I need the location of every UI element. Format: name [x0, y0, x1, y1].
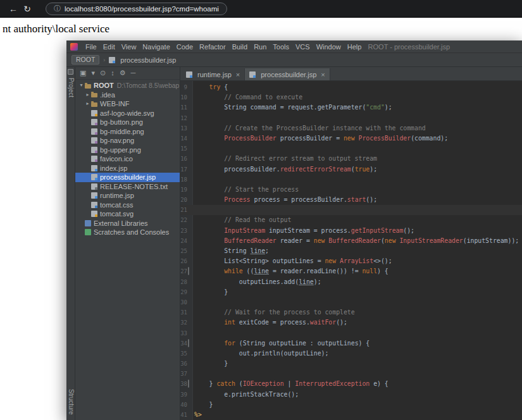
- code-line-35[interactable]: 35 out.println(outputLine);: [180, 349, 522, 359]
- code-line-36[interactable]: 36 }: [180, 359, 522, 369]
- fold-collapse-icon[interactable]: [188, 267, 189, 275]
- close-tab-icon[interactable]: ×: [236, 71, 240, 78]
- code-text: String line;: [193, 246, 522, 256]
- code-line-32[interactable]: 32 int exitCode = process.waitFor();: [180, 318, 522, 328]
- menu-run[interactable]: Run: [251, 42, 270, 51]
- tree-item-bg-button.png[interactable]: bg-button.png: [75, 118, 180, 127]
- tree-item-release-notes.txt[interactable]: RELEASE-NOTES.txt: [75, 182, 180, 192]
- code-line-10[interactable]: 10 // Command to execute: [180, 92, 522, 102]
- tree-item-external libraries[interactable]: External Libraries: [75, 219, 180, 228]
- fold-collapse-icon[interactable]: [188, 380, 189, 388]
- fold-icon[interactable]: [188, 379, 193, 389]
- chevron-down-icon[interactable]: ▾: [91, 70, 95, 77]
- tree-item-bg-middle.png[interactable]: bg-middle.png: [75, 127, 180, 137]
- tree-item-scratches and consoles[interactable]: Scratches and Consoles: [75, 228, 180, 237]
- tree-item-runtime.jsp[interactable]: runtime.jsp: [75, 191, 180, 201]
- close-tab-icon[interactable]: ×: [321, 71, 325, 78]
- address-bar[interactable]: ⓘ localhost:8080/processbuilder.jsp?cmd=…: [46, 3, 227, 15]
- code-line-26[interactable]: 26 List<String> outputLines = new ArrayL…: [180, 256, 522, 266]
- refresh-icon[interactable]: ↻: [20, 4, 34, 14]
- menu-vcs[interactable]: VCS: [292, 42, 313, 51]
- code-line-34[interactable]: 34 for (String outputLine : outputLines)…: [180, 338, 522, 349]
- code-line-40[interactable]: 40 }: [180, 400, 522, 410]
- breadcrumb-root[interactable]: ROOT: [71, 55, 99, 65]
- code-line-30[interactable]: 30: [180, 297, 522, 307]
- project-tool-icon[interactable]: [68, 69, 73, 75]
- menu-tools[interactable]: Tools: [270, 42, 292, 51]
- site-info-icon[interactable]: ⓘ: [54, 4, 61, 13]
- expand-collapse-icon[interactable]: ↕: [111, 70, 115, 77]
- tree-item-bg-nav.png[interactable]: bg-nav.png: [75, 136, 180, 145]
- menu-view[interactable]: View: [118, 42, 140, 51]
- code-line-29[interactable]: 29 }: [180, 287, 522, 297]
- tab-processbuilder.jsp[interactable]: processbuilder.jsp×: [245, 68, 330, 80]
- tree-item-tomcat.svg[interactable]: tomcat.svg: [75, 209, 180, 219]
- tab-label: processbuilder.jsp: [261, 71, 316, 78]
- code-line-41[interactable]: 41%>: [180, 410, 522, 420]
- code-text: outputLines.add(line);: [193, 277, 522, 287]
- menu-file[interactable]: File: [82, 42, 100, 51]
- code-line-12[interactable]: 12: [180, 113, 522, 123]
- structure-strip-label[interactable]: Structure: [67, 389, 75, 415]
- tree-item-web-inf[interactable]: ▸WEB-INF: [75, 99, 180, 109]
- code-line-22[interactable]: 22 // Read the output: [180, 215, 522, 225]
- menu-edit[interactable]: Edit: [100, 42, 118, 51]
- code-line-38[interactable]: 38 } catch (IOException | InterruptedExc…: [180, 379, 522, 389]
- menu-help[interactable]: Help: [344, 42, 365, 51]
- tab-runtime.jsp[interactable]: runtime.jsp×: [182, 68, 245, 80]
- code-line-24[interactable]: 24 BufferedReader reader = new BufferedR…: [180, 236, 522, 246]
- project-strip-label[interactable]: Project: [67, 78, 75, 97]
- locate-file-icon[interactable]: ⊙: [100, 70, 106, 77]
- tree-item-label: bg-nav.png: [100, 137, 134, 144]
- code-line-20[interactable]: 20 Process process = processBuilder.star…: [180, 195, 522, 205]
- code-line-31[interactable]: 31 // Wait for the process to complete: [180, 307, 522, 318]
- chevron-down-icon[interactable]: ▾: [78, 83, 85, 88]
- code-line-25[interactable]: 25 String line;: [180, 246, 522, 256]
- code-line-13[interactable]: 13 // Create the ProcessBuilder instance…: [180, 123, 522, 133]
- fold-collapse-icon[interactable]: [188, 339, 189, 347]
- fold-icon[interactable]: [188, 266, 193, 276]
- code-text: }: [193, 400, 522, 410]
- code-line-17[interactable]: 17 processBuilder.redirectErrorStream(tr…: [180, 164, 522, 175]
- breadcrumb-separator-icon: ›: [103, 57, 105, 63]
- chevron-right-icon[interactable]: ▸: [84, 101, 91, 106]
- code-line-21[interactable]: 21: [180, 205, 522, 215]
- code-line-19[interactable]: 19 // Start the process: [180, 185, 522, 195]
- code-text: // Create the ProcessBuilder instance wi…: [193, 123, 522, 133]
- code-line-11[interactable]: 11 String command = request.getParameter…: [180, 102, 522, 113]
- breadcrumb-file[interactable]: processbuilder.jsp: [109, 56, 176, 64]
- tree-item-bg-upper.png[interactable]: bg-upper.png: [75, 145, 180, 155]
- tree-item-root[interactable]: ▾ROOTD:\Tomcat 8.5\webap: [75, 81, 180, 90]
- menu-code[interactable]: Code: [173, 42, 196, 51]
- chevron-right-icon[interactable]: ▸: [84, 92, 91, 97]
- tree-item-favicon.ico[interactable]: favicon.ico: [75, 154, 180, 164]
- menu-build[interactable]: Build: [229, 42, 251, 51]
- code-line-39[interactable]: 39 e.printStackTrace();: [180, 390, 522, 400]
- code-line-15[interactable]: 15: [180, 144, 522, 154]
- code-line-33[interactable]: 33: [180, 328, 522, 338]
- tree-item-asf-logo-wide.svg[interactable]: asf-logo-wide.svg: [75, 109, 180, 118]
- menu-navigate[interactable]: Navigate: [139, 42, 173, 51]
- tree-item-.idea[interactable]: ▸.idea: [75, 90, 180, 100]
- code-line-23[interactable]: 23 InputStream inputStream = process.get…: [180, 226, 522, 236]
- hide-panel-icon[interactable]: ─: [131, 70, 136, 77]
- back-icon[interactable]: ←: [6, 4, 20, 14]
- tree-item-tomcat.css[interactable]: tomcat.css: [75, 201, 180, 210]
- code-line-9[interactable]: 9 try {: [180, 82, 522, 92]
- tree-item-index.jsp[interactable]: index.jsp: [75, 164, 180, 173]
- code-line-37[interactable]: 37: [180, 369, 522, 379]
- editor[interactable]: 9 try {10 // Command to execute11 String…: [180, 81, 522, 420]
- tree-item-processbuilder.jsp[interactable]: processbuilder.jsp: [75, 173, 180, 182]
- code-text: // Read the output: [193, 215, 522, 225]
- tool-window-strip: Project Structure: [66, 67, 75, 420]
- code-line-27[interactable]: 27 while ((line = reader.readLine()) != …: [180, 266, 522, 276]
- code-line-16[interactable]: 16 // Redirect error stream to output st…: [180, 154, 522, 164]
- menu-refactor[interactable]: Refactor: [196, 42, 229, 51]
- menu-window[interactable]: Window: [313, 42, 344, 51]
- view-options-icon[interactable]: ▣: [80, 70, 86, 77]
- fold-icon[interactable]: [188, 338, 193, 349]
- code-line-28[interactable]: 28 outputLines.add(line);: [180, 277, 522, 287]
- code-line-18[interactable]: 18: [180, 175, 522, 185]
- code-line-14[interactable]: 14 ProcessBuilder processBuilder = new P…: [180, 133, 522, 144]
- settings-gear-icon[interactable]: ⚙: [120, 70, 126, 77]
